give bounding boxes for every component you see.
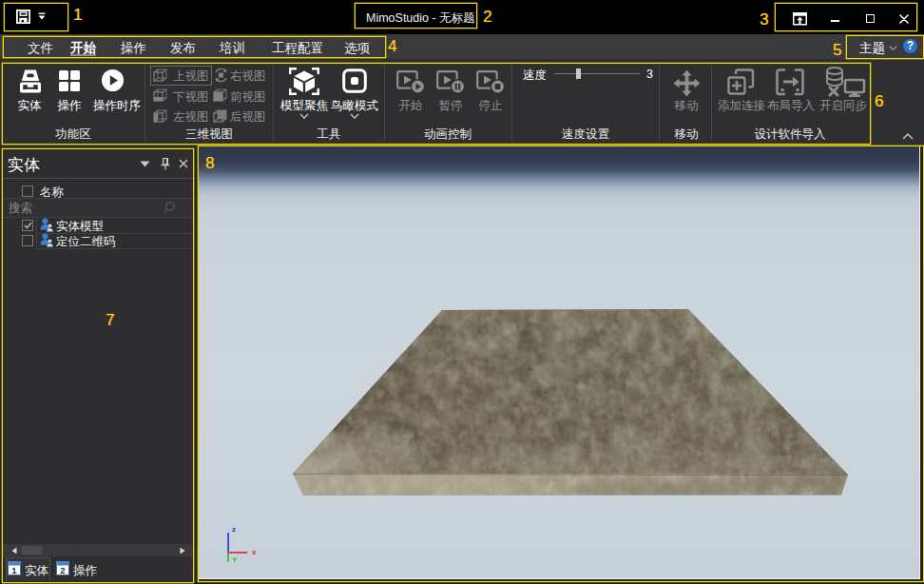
svg-text:1: 1 <box>11 565 17 575</box>
svg-text:2: 2 <box>60 565 65 575</box>
svg-text:z: z <box>232 525 236 534</box>
svg-text:x: x <box>252 548 257 556</box>
svg-text:Y: Y <box>232 555 238 564</box>
